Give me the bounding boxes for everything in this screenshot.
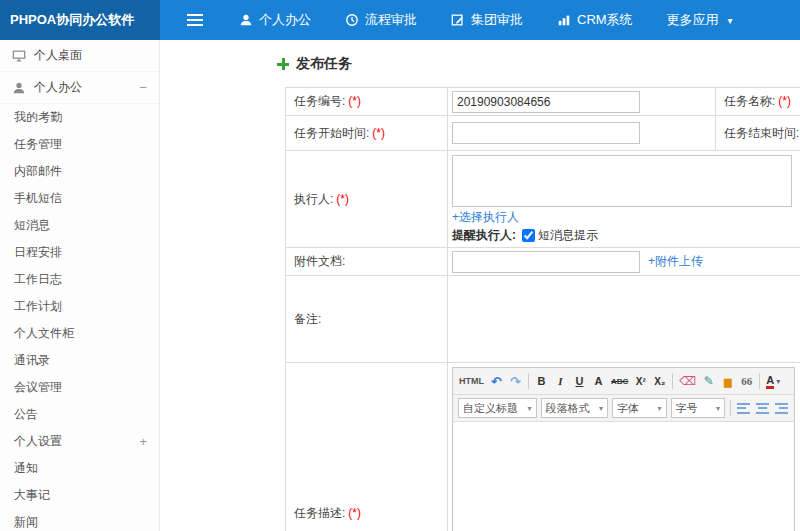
form-row-executor: 执行人:(*) +选择执行人 提醒执行人: 短消息提示 <box>286 151 800 248</box>
desktop-icon <box>12 49 26 63</box>
html-source-button[interactable]: HTML <box>457 371 486 391</box>
subscript-button[interactable]: X₂ <box>651 371 668 391</box>
nav-group-approval[interactable]: 集团审批 <box>434 0 540 40</box>
sidebar-item-personal-settings[interactable]: 个人设置 + <box>0 428 159 455</box>
strikethrough-button[interactable]: ABC <box>609 371 630 391</box>
sidebar-item-label: 通讯录 <box>14 352 50 369</box>
form-row-time: 任务开始时间:(*) 任务结束时间:(*) <box>286 116 800 151</box>
sidebar-item-contacts[interactable]: 通讯录 <box>0 347 159 374</box>
remove-format-button[interactable]: ⌫ <box>677 371 698 391</box>
rich-text-editor: HTML ↶ ↷ B I U A ABC X² X₂ ⌫ ✎ <box>452 367 795 531</box>
font-style-button[interactable]: A <box>590 371 607 391</box>
editor-toolbar-row2: 自定义标题 ▾ 段落格式 ▾ 字体 ▾ 字号 ▾ <box>453 395 794 422</box>
sidebar-item-meeting-management[interactable]: 会议管理 <box>0 374 159 401</box>
sidebar-item-label: 通知 <box>14 460 38 477</box>
sidebar-item-task-management[interactable]: 任务管理 <box>0 131 159 158</box>
start-time-input[interactable] <box>452 122 640 144</box>
sidebar-item-label: 新闻 <box>14 514 38 531</box>
expand-icon[interactable]: + <box>139 434 147 449</box>
highlight-button[interactable]: ▆ <box>719 371 736 391</box>
sidebar-item-work-plan[interactable]: 工作计划 <box>0 293 159 320</box>
superscript-button[interactable]: X² <box>632 371 649 391</box>
bar-chart-icon <box>557 13 571 27</box>
top-header: PHPOA协同办公软件 个人办公 流程审批 集团审批 CRM系统 更多应用 ▾ <box>0 0 800 40</box>
sidebar-item-my-attendance[interactable]: 我的考勤 <box>0 104 159 131</box>
chevron-down-icon: ▾ <box>776 377 780 386</box>
edit-square-icon <box>451 13 465 27</box>
sidebar-item-announcement[interactable]: 公告 <box>0 401 159 428</box>
sidebar-item-work-log[interactable]: 工作日志 <box>0 266 159 293</box>
description-editor-area[interactable] <box>453 422 794 531</box>
sidebar-item-personal-office[interactable]: 个人办公 − <box>0 72 159 104</box>
start-time-label: 任务开始时间: <box>294 126 369 140</box>
attachment-input[interactable] <box>452 251 640 273</box>
sidebar-item-short-message[interactable]: 短消息 <box>0 212 159 239</box>
italic-button[interactable]: I <box>552 371 569 391</box>
chevron-down-icon: ▾ <box>599 404 603 413</box>
nav-process-approval[interactable]: 流程审批 <box>328 0 434 40</box>
collapse-icon[interactable]: − <box>139 80 147 95</box>
align-left-button[interactable] <box>735 398 752 418</box>
app-logo[interactable]: PHPOA协同办公软件 <box>0 0 160 40</box>
sidebar-item-label: 内部邮件 <box>14 163 62 180</box>
align-right-button[interactable] <box>773 398 790 418</box>
editor-toolbar-row1: HTML ↶ ↷ B I U A ABC X² X₂ ⌫ ✎ <box>453 368 794 395</box>
nav-crm-system[interactable]: CRM系统 <box>540 0 650 40</box>
task-name-label: 任务名称: <box>724 94 775 108</box>
page-title: 发布任务 <box>277 54 800 74</box>
nav-more-apps[interactable]: 更多应用 ▾ <box>650 0 750 40</box>
required-mark: (*) <box>336 192 349 206</box>
sidebar-item-news[interactable]: 新闻 <box>0 509 159 531</box>
toolbar-separator <box>730 400 731 416</box>
align-center-button[interactable] <box>754 398 771 418</box>
align-left-icon <box>737 403 750 414</box>
user-icon <box>12 81 26 95</box>
font-family-select[interactable]: 字体 ▾ <box>612 398 666 418</box>
redo-button[interactable]: ↷ <box>507 371 524 391</box>
sidebar-item-personal-desktop[interactable]: 个人桌面 <box>0 40 159 72</box>
sidebar-item-label: 个人办公 <box>34 79 82 96</box>
underline-button[interactable]: U <box>571 371 588 391</box>
custom-title-select[interactable]: 自定义标题 ▾ <box>458 398 537 418</box>
top-nav: 个人办公 流程审批 集团审批 CRM系统 更多应用 ▾ <box>222 0 750 40</box>
sidebar-item-mobile-sms[interactable]: 手机短信 <box>0 185 159 212</box>
sidebar-item-schedule[interactable]: 日程安排 <box>0 239 159 266</box>
sidebar-item-label: 个人文件柜 <box>14 325 74 342</box>
sidebar-item-internal-mail[interactable]: 内部邮件 <box>0 158 159 185</box>
menu-toggle-button[interactable] <box>168 0 222 40</box>
sidebar-item-notification[interactable]: 通知 <box>0 455 159 482</box>
bold-button[interactable]: B <box>533 371 550 391</box>
remark-field[interactable] <box>450 278 800 357</box>
sms-remind-label: 短消息提示 <box>538 226 598 244</box>
undo-button[interactable]: ↶ <box>488 371 505 391</box>
sidebar-item-personal-file-cabinet[interactable]: 个人文件柜 <box>0 320 159 347</box>
remind-executor-label: 提醒执行人: <box>452 226 516 244</box>
format-painter-button[interactable]: ✎ <box>700 371 717 391</box>
nav-label: 更多应用 <box>667 11 719 29</box>
sms-remind-checkbox[interactable] <box>522 229 535 242</box>
nav-label: 流程审批 <box>365 11 417 29</box>
executor-field[interactable] <box>452 155 792 207</box>
nav-personal-office[interactable]: 个人办公 <box>222 0 328 40</box>
select-executor-link[interactable]: +选择执行人 <box>452 210 519 224</box>
sidebar-item-memorabilia[interactable]: 大事记 <box>0 482 159 509</box>
blockquote-button[interactable]: 66 <box>738 371 755 391</box>
chevron-down-icon: ▾ <box>716 404 720 413</box>
paragraph-format-select[interactable]: 段落格式 ▾ <box>541 398 608 418</box>
font-size-select[interactable]: 字号 ▾ <box>671 398 725 418</box>
task-number-input[interactable] <box>452 91 640 113</box>
main-content: 发布任务 任务编号:(*) 任务名称:(*) 任务开始时间:(*) 任务结束时间… <box>160 40 800 531</box>
form-row-task-number: 任务编号:(*) 任务名称:(*) <box>286 88 800 116</box>
sidebar-item-label: 手机短信 <box>14 190 62 207</box>
user-icon <box>239 13 253 27</box>
sidebar-item-label: 公告 <box>14 406 38 423</box>
required-mark: (*) <box>348 94 361 108</box>
sidebar-item-label: 短消息 <box>14 217 50 234</box>
font-color-button[interactable]: A ▾ <box>764 371 782 391</box>
nav-label: 个人办公 <box>259 11 311 29</box>
publish-task-form: 任务编号:(*) 任务名称:(*) 任务开始时间:(*) 任务结束时间:(*) … <box>285 87 800 531</box>
toolbar-separator <box>759 373 760 389</box>
nav-label: 集团审批 <box>471 11 523 29</box>
sidebar-item-label: 工作日志 <box>14 271 62 288</box>
attachment-upload-link[interactable]: +附件上传 <box>648 253 703 270</box>
